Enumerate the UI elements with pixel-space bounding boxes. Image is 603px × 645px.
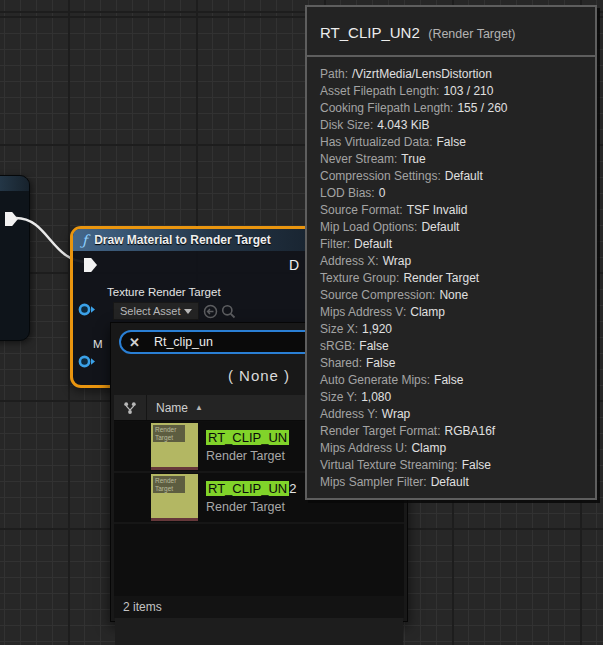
tooltip-title-block: RT_CLIP_UN2 (Render Target) [307,7,595,55]
property-value: Render Target [403,271,479,285]
hierarchy-icon [123,401,137,415]
tooltip-property-row: Render Target Format:RGBA16f [320,423,583,440]
property-value: None [439,288,468,302]
property-value: 155 / 260 [457,101,507,115]
tooltip-property-row: Mip Load Options:Default [320,219,583,236]
property-label: sRGB: [320,339,355,353]
material-pin-partial-label: M [93,338,103,350]
property-label: Source Compression: [320,288,435,302]
property-value: 1,920 [362,322,392,336]
tooltip-property-row: Virtual Texture Streaming:False [320,457,583,474]
row-indent [114,473,151,522]
tooltip-property-row: Shared:False [320,355,583,372]
tooltip-property-row: Asset Filepath Length:103 / 210 [320,83,583,100]
asset-name: RT_CLIP_UN [206,430,289,446]
tooltip-property-row: Source Compression:None [320,287,583,304]
asset-type-label: Render Target [206,449,289,463]
property-label: Mip Load Options: [320,220,417,234]
tooltip-property-row: Has Virtualized Data:False [320,134,583,151]
property-label: Mips Sampler Filter: [320,475,427,489]
property-label: Size X: [320,322,358,336]
thumbnail-color-strip [151,518,198,521]
partial-occluded-text: D [289,257,299,273]
tooltip-property-row: Auto Generate Mips:False [320,372,583,389]
property-label: Virtual Texture Streaming: [320,458,458,472]
property-value: /VizrtMedia/LensDistortion [352,67,492,81]
blueprint-graph-canvas[interactable]: ƒ Draw Material to Render Target D Textu… [0,0,603,645]
tooltip-property-row: Size Y:1,080 [320,389,583,406]
select-asset-dropdown[interactable]: Select Asset [113,302,199,320]
property-label: Never Stream: [320,152,397,166]
asset-row-text: RT_CLIP_UN2Render Target [206,481,296,514]
property-label: Cooking Filepath Length: [320,101,453,115]
tooltip-asset-name: RT_CLIP_UN2 [320,24,420,41]
texture-render-target-pin-label: Texture Render Target [107,286,221,298]
property-label: Has Virtualized Data: [320,135,433,149]
property-label: Mips Address U: [320,441,407,455]
property-label: Size Y: [320,390,357,404]
property-value: 103 / 210 [443,84,493,98]
partial-node-header [0,176,29,191]
property-label: LOD Bias: [320,186,375,200]
tooltip-property-row: Never Stream:True [320,151,583,168]
name-column-header[interactable]: Name [156,401,188,415]
property-value: 1,080 [361,390,391,404]
property-label: Mips Address V: [320,305,406,319]
thumbnail-type-label: Render Target [153,425,185,442]
partial-upstream-node[interactable] [0,175,30,341]
property-value: False [359,339,388,353]
property-label: Disk Size: [320,118,373,132]
browse-search-icon[interactable] [221,304,236,319]
property-label: Auto Generate Mips: [320,373,430,387]
property-label: Texture Group: [320,271,399,285]
thumbnail-color-strip [151,467,198,470]
list-view-options-cell[interactable] [114,395,147,420]
property-value: Wrap [382,407,410,421]
property-label: Shared: [320,356,362,370]
property-value: False [434,373,463,387]
property-value: Default [421,220,459,234]
texture-render-target-pin[interactable] [78,303,96,316]
use-selected-asset-icon[interactable] [203,304,218,319]
property-value: Default [431,475,469,489]
exec-input-pin[interactable] [84,258,97,272]
exec-output-pin[interactable] [5,212,18,226]
property-value: Default [354,237,392,251]
row-indent [114,422,151,471]
property-label: Address Y: [320,407,378,421]
property-label: Filter: [320,237,350,251]
render-target-thumbnail: Render Target [151,423,198,470]
material-pin[interactable] [78,355,96,368]
property-value: Clamp [411,441,446,455]
property-value: Wrap [383,254,411,268]
property-value: False [437,135,466,149]
thumbnail-type-label: Render Target [153,476,185,493]
property-label: Address X: [320,254,379,268]
tooltip-property-row: Address X:Wrap [320,253,583,270]
function-icon: ƒ [82,233,87,247]
property-value: 0 [379,186,386,200]
property-label: Path: [320,67,348,81]
node-title: Draw Material to Render Target [94,233,270,247]
property-value: False [462,458,491,472]
chevron-down-icon [184,309,192,314]
property-label: Compression Settings: [320,169,441,183]
tooltip-property-row: Address Y:Wrap [320,406,583,423]
select-asset-label: Select Asset [120,305,181,317]
search-match-highlight: RT_CLIP_UN [206,481,289,496]
property-label: Asset Filepath Length: [320,84,439,98]
asset-row-text: RT_CLIP_UNRender Target [206,430,289,463]
tooltip-property-row: Disk Size:4.043 KiB [320,117,583,134]
asset-tooltip-panel: RT_CLIP_UN2 (Render Target) Path:/VizrtM… [305,5,597,500]
asset-type-label: Render Target [206,500,296,514]
tooltip-property-row: Texture Group:Render Target [320,270,583,287]
property-value: Default [445,169,483,183]
asset-name: RT_CLIP_UN2 [206,481,296,497]
clear-search-icon[interactable]: ✕ [129,336,140,349]
tooltip-properties: Path:/VizrtMedia/LensDistortionAsset Fil… [307,57,595,491]
tooltip-asset-type: (Render Target) [428,27,515,41]
property-value: TSF Invalid [407,203,468,217]
tooltip-property-row: Mips Address V:Clamp [320,304,583,321]
property-value: 4.043 KiB [377,118,429,132]
sort-ascending-icon: ▲ [195,403,203,412]
